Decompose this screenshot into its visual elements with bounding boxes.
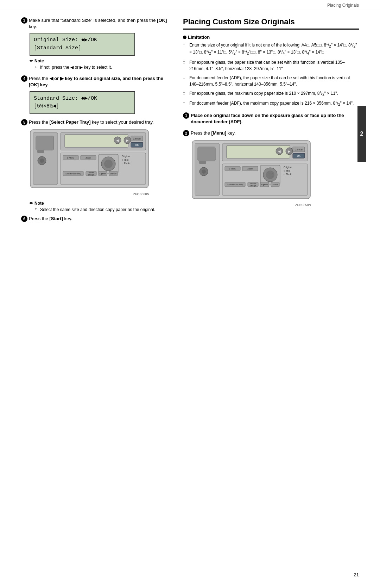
svg-text:▷Menu: ▷Menu: [229, 168, 236, 170]
svg-text:○ Photo: ○ Photo: [122, 162, 131, 165]
step-r1-text: Place one original face down on the expo…: [191, 112, 359, 125]
svg-text:○ Text: ○ Text: [122, 159, 128, 161]
svg-rect-2: [36, 136, 53, 150]
lcd3-line2: [Standard Size]: [34, 44, 131, 52]
limitation-bullet: [183, 36, 186, 39]
step4-text: Press the ◀ or ▶ key to select original …: [29, 75, 169, 88]
step3-block: 3 Make sure that "Standard Size" is sele…: [21, 17, 169, 70]
step-r1-header: 1 Place one original face down on the ex…: [183, 112, 359, 125]
step5-header: 5 Press the [Select Paper Tray] key to s…: [21, 119, 169, 125]
svg-text:Darker: Darker: [110, 173, 116, 175]
note2-list: Select the same size and direction copy …: [35, 207, 169, 213]
note2-title: Note: [30, 201, 169, 206]
step5-number: 5: [21, 119, 27, 125]
svg-text:Select Paper Tray: Select Paper Tray: [227, 184, 243, 186]
svg-text:Cancel: Cancel: [133, 137, 141, 140]
step-r2-header: 2 Press the [Menu] key.: [183, 130, 359, 136]
step3-header: 3 Make sure that "Standard Size" is sele…: [21, 17, 169, 30]
copier-diagram-2: Cancel OK ◀ ▶ ▷Menu: [191, 140, 311, 207]
svg-text:Select Paper Tray: Select Paper Tray: [65, 173, 81, 175]
header-bar: Placing Originals: [0, 0, 380, 10]
step-r2-block: 2 Press the [Menu] key.: [183, 130, 359, 207]
svg-text:⋮⋮: ⋮⋮: [267, 173, 273, 177]
step6-number: 6: [21, 216, 27, 222]
copier-diagram-1: Cancel OK ◀ ▶ ▷Menu: [30, 129, 149, 196]
limitation-item3: For document feeder (ADF), the paper siz…: [183, 75, 359, 87]
step3-lcd: Original Size: ◆▶/OK [Standard Size]: [30, 33, 135, 56]
svg-point-5: [40, 159, 44, 163]
lcd4-line1: Standard Size: ◆▶/OK: [34, 95, 131, 103]
svg-text:Zoom: Zoom: [86, 157, 91, 159]
svg-text:▷Menu: ▷Menu: [67, 157, 74, 159]
lcd4-line2: [5½×8½◀]: [34, 103, 131, 111]
svg-text:OK: OK: [135, 144, 139, 146]
section-sidebar-marker: 2: [357, 106, 366, 162]
step4-header: 4 Press the ◀ or ▶ key to select origina…: [21, 75, 169, 88]
svg-text:Original: Original: [122, 155, 131, 158]
limitation-list: Enter the size of your original if it is…: [183, 42, 359, 107]
left-column: 3 Make sure that "Standard Size" is sele…: [21, 17, 169, 227]
step3-note: Note If not, press the ◀ or ▶ key to sel…: [30, 58, 169, 70]
limitation-label: Limitation: [188, 35, 210, 40]
svg-rect-39: [198, 147, 215, 161]
svg-text:Enlarge: Enlarge: [250, 185, 256, 187]
svg-text:▶: ▶: [288, 149, 291, 153]
step3-text: Make sure that "Standard Size" is select…: [29, 17, 169, 30]
limitation-item5: For document feeder (ADF), the maximum c…: [183, 100, 359, 107]
section-title: Placing Custom Size Originals: [183, 17, 359, 30]
diagram1-label: ZFOS860N: [30, 192, 149, 196]
svg-text:Original: Original: [284, 166, 292, 169]
right-column: Placing Custom Size Originals Limitation…: [183, 17, 359, 227]
sidebar-number: 2: [360, 131, 363, 137]
step6-header: 6 Press the [Start] key.: [21, 216, 169, 222]
svg-text:Enlarge: Enlarge: [88, 174, 94, 176]
limitation-block: Limitation Enter the size of your origin…: [183, 35, 359, 107]
step-r2-text: Press the [Menu] key.: [191, 130, 359, 136]
page-number: 21: [354, 572, 359, 577]
svg-rect-3: [37, 150, 44, 153]
svg-point-42: [202, 169, 206, 174]
svg-text:⋮⋮: ⋮⋮: [105, 162, 112, 166]
step5-block: 5 Press the [Select Paper Tray] key to s…: [21, 119, 169, 196]
step-r1-number: 1: [183, 112, 189, 119]
step-r2-number: 2: [183, 130, 189, 136]
header-title: Placing Originals: [327, 3, 359, 8]
page-container: Placing Originals 2 3 Make sure that "St…: [0, 0, 380, 588]
svg-text:OK: OK: [297, 155, 300, 157]
svg-text:Darker: Darker: [272, 184, 278, 186]
diagram2-label: ZFOS850N: [191, 203, 311, 207]
step-r1-block: 1 Place one original face down on the ex…: [183, 112, 359, 125]
svg-text:▶: ▶: [126, 138, 129, 142]
svg-text:Lighter: Lighter: [100, 173, 106, 175]
svg-text:Lighter: Lighter: [261, 184, 268, 186]
step5-text: Press the [Select Paper Tray] key to sel…: [29, 119, 169, 125]
svg-text:○ Text: ○ Text: [284, 169, 290, 172]
note3-item1: If not, press the ◀ or ▶ key to select i…: [35, 64, 169, 70]
svg-text:◀: ◀: [278, 149, 281, 153]
step6-block: 6 Press the [Start] key.: [21, 216, 169, 222]
note3-list: If not, press the ◀ or ▶ key to select i…: [35, 64, 169, 70]
lcd3-line1: Original Size: ◆▶/OK: [34, 36, 131, 44]
svg-text:Zoom: Zoom: [247, 168, 253, 170]
note2-block: Note Select the same size and direction …: [30, 201, 169, 213]
svg-text:◀: ◀: [116, 138, 119, 142]
limitation-item4: For exposure glass, the maximum copy pap…: [183, 90, 359, 97]
copier-svg-1: Cancel OK ◀ ▶ ▷Menu: [30, 129, 149, 191]
note2-item1: Select the same size and direction copy …: [35, 207, 169, 213]
step6-text: Press the [Start] key.: [29, 216, 169, 222]
svg-rect-40: [199, 161, 206, 164]
step4-lcd: Standard Size: ◆▶/OK [5½×8½◀]: [30, 91, 135, 114]
note3-title: Note: [30, 58, 169, 63]
svg-text:○ Photo: ○ Photo: [284, 173, 292, 175]
step4-number: 4: [21, 75, 27, 82]
limitation-title: Limitation: [183, 35, 359, 40]
copier-svg-2: Cancel OK ◀ ▶ ▷Menu: [191, 140, 311, 202]
limitation-item1: Enter the size of your original if it is…: [183, 42, 359, 56]
step4-block: 4 Press the ◀ or ▶ key to select origina…: [21, 75, 169, 114]
svg-text:Cancel: Cancel: [295, 148, 303, 151]
main-content: 3 Make sure that "Standard Size" is sele…: [0, 10, 380, 241]
limitation-item2: For exposure glass, the paper size that …: [183, 59, 359, 72]
step3-number: 3: [21, 17, 27, 24]
